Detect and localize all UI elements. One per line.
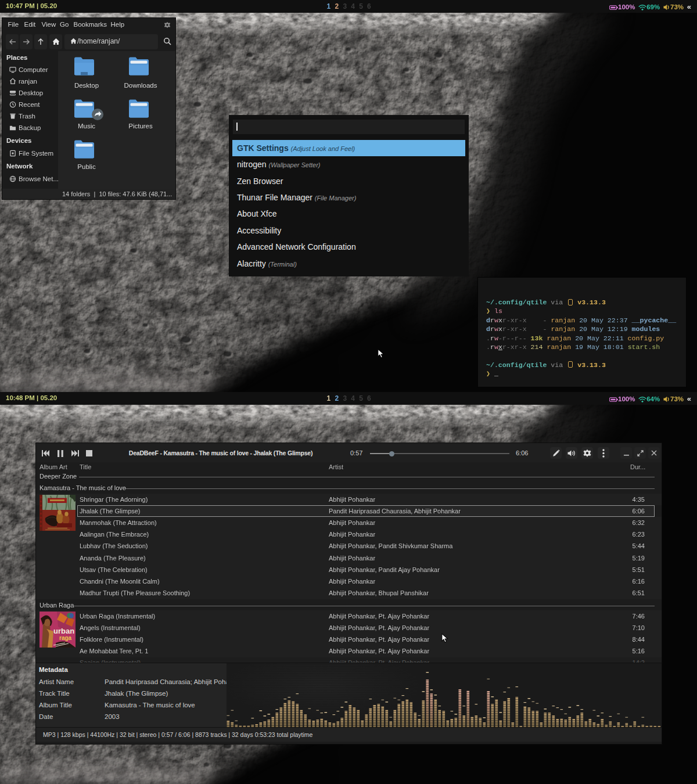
svg-text:urban: urban <box>53 627 74 635</box>
svg-text:raga: raga <box>59 635 72 641</box>
